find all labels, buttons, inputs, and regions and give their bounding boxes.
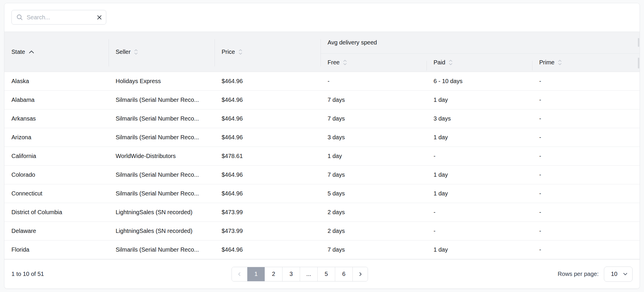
sort-toggle-icon [239,49,242,55]
cell-price: $478.61 [222,147,321,165]
table-row[interactable]: ArkansasSilmarils (Serial Number Reco...… [4,109,640,128]
cell-paid: 1 day [434,91,533,109]
cell-paid: - [434,203,533,221]
cell-state: California [11,147,108,165]
cell-price: $464.96 [222,184,321,203]
cell-paid: 1 day [434,128,533,147]
cell-prime: - [539,222,636,240]
cell-paid: 1 day [434,184,533,203]
data-grid-panel: State Seller Price Avg delivery speed Fr… [4,3,640,289]
cell-price: $473.99 [222,222,321,240]
sort-toggle-icon [134,49,138,55]
column-separator [321,39,321,66]
cell-free: 7 days [328,91,427,109]
table-row[interactable]: ArizonaSilmarils (Serial Number Reco...$… [4,128,640,147]
cell-paid: 1 day [434,166,533,184]
page-buttons: 123...56 [232,267,368,281]
cell-free: 7 days [328,166,427,184]
column-header-seller[interactable]: Seller [116,32,138,72]
cell-price: $464.96 [222,241,321,259]
table-row[interactable]: District of ColumbiaLightningSales (SN r… [4,203,640,222]
table-row[interactable]: AlabamaSilmarils (Serial Number Reco...$… [4,91,640,109]
cell-paid: 1 day [434,241,533,259]
search-input[interactable] [23,14,94,21]
cell-free: 2 days [328,222,427,240]
column-header-state[interactable]: State [11,32,34,72]
table-row[interactable]: ConnecticutSilmarils (Serial Number Reco… [4,184,640,203]
cell-seller: Silmarils (Serial Number Reco... [116,166,215,184]
cell-free: - [328,72,427,90]
cell-prime: - [539,147,636,165]
group-header-underline [321,53,640,54]
cell-state: Delaware [11,222,108,240]
cell-prime: - [539,109,636,128]
cell-state: Arkansas [11,109,108,128]
cell-free: 7 days [328,241,427,259]
table-row[interactable]: AlaskaHolidays Express$464.96-6 - 10 day… [4,72,640,91]
cell-free: 5 days [328,184,427,203]
cell-price: $464.96 [222,166,321,184]
cell-seller: Silmarils (Serial Number Reco... [116,91,215,109]
previous-page-button[interactable] [232,267,247,281]
cell-price: $464.96 [222,109,321,128]
sort-ascending-icon [29,50,34,54]
column-label-price: Price [222,49,235,55]
sort-toggle-icon [449,60,453,65]
page-button-2[interactable]: 2 [265,267,282,281]
cell-state: Connecticut [11,184,108,203]
page-button-1[interactable]: 1 [247,267,265,281]
cell-state: Alaska [11,72,108,90]
cell-state: District of Columbia [11,203,108,221]
cell-free: 7 days [328,109,427,128]
cell-seller: Silmarils (Serial Number Reco... [116,184,215,203]
cell-state: Colorado [11,166,108,184]
page-button-3[interactable]: 3 [282,267,300,281]
table-row[interactable]: DelawareLightningSales (SN recorded)$473… [4,222,640,241]
search-icon [16,14,23,21]
table-row[interactable]: ColoradoSilmarils (Serial Number Reco...… [4,166,640,184]
cell-state: Arizona [11,128,108,147]
cell-seller: Holidays Express [116,72,215,90]
column-label-free: Free [328,59,340,66]
cell-free: 3 days [328,128,427,147]
table-row[interactable]: CaliforniaWorldWide-Distributors$478.611… [4,147,640,166]
table-row[interactable]: FloridaSilmarils (Serial Number Reco...$… [4,241,640,259]
page-button-...[interactable]: ... [300,267,317,281]
clear-search-icon[interactable] [94,12,104,22]
column-resize-handle[interactable] [638,38,639,47]
table-body: AlaskaHolidays Express$464.96-6 - 10 day… [4,72,640,259]
cell-price: $464.96 [222,91,321,109]
group-header-label: Avg delivery speed [328,39,377,46]
search-box [11,10,106,25]
cell-price: $464.96 [222,72,321,90]
chevron-left-icon [237,272,242,276]
sort-toggle-icon [343,60,347,65]
column-separator [109,39,109,66]
page-button-6[interactable]: 6 [335,267,352,281]
column-header-price[interactable]: Price [222,32,242,72]
sort-toggle-icon [558,60,562,65]
column-separator [532,61,532,71]
column-header-paid[interactable]: Paid [434,53,453,72]
cell-prime: - [539,166,636,184]
column-label-state: State [11,49,25,55]
cell-price: $464.96 [222,128,321,147]
row-count-summary: 1 to 10 of 51 [11,260,44,288]
column-resize-handle[interactable] [638,58,639,68]
rows-per-page-control: Rows per page: 10 [558,260,633,288]
next-page-button[interactable] [352,267,368,281]
rows-per-page-label: Rows per page: [558,271,599,277]
table-header: State Seller Price Avg delivery speed Fr… [4,32,640,72]
column-header-free[interactable]: Free [328,53,347,72]
rows-per-page-value: 10 [604,271,623,277]
cell-paid: 6 - 10 days [434,72,533,90]
page-button-5[interactable]: 5 [317,267,335,281]
cell-prime: - [539,91,636,109]
cell-paid: 3 days [434,109,533,128]
column-header-prime[interactable]: Prime [539,53,562,72]
chevron-right-icon [358,272,363,276]
cell-seller: LightningSales (SN recorded) [116,222,215,240]
column-separator [427,61,427,71]
rows-per-page-select[interactable]: 10 [604,267,633,282]
cell-prime: - [539,184,636,203]
